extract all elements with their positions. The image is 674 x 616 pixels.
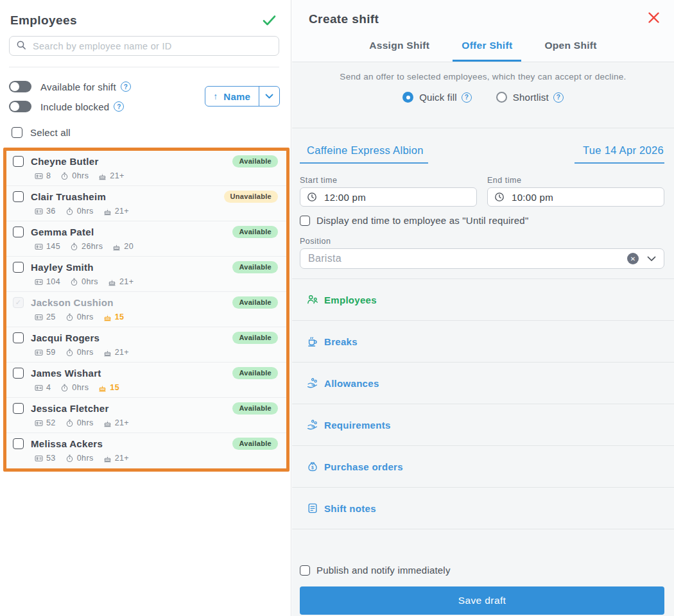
until-required-checkbox[interactable] — [300, 216, 310, 226]
employee-checkbox[interactable] — [13, 262, 24, 273]
stopwatch-icon — [70, 243, 78, 251]
end-time-input[interactable]: 10:00 pm — [487, 187, 664, 207]
id-badge-icon — [35, 454, 43, 463]
employee-age: 21+ — [103, 418, 129, 427]
employee-checkbox[interactable] — [13, 156, 24, 167]
select-all-row[interactable]: Select all — [12, 127, 291, 138]
employee-age: 21+ — [108, 277, 134, 286]
stopwatch-icon — [70, 278, 78, 286]
employee-checkbox[interactable] — [13, 191, 24, 202]
coffee-cup-icon — [307, 336, 318, 347]
cake-icon — [98, 384, 107, 392]
status-badge: Available — [232, 402, 278, 415]
select-all-checkbox[interactable] — [12, 127, 22, 138]
section-allowances[interactable]: Allowances — [292, 363, 674, 404]
publish-checkbox[interactable] — [300, 565, 310, 576]
employee-row[interactable]: Hayley Smith Available 104 0hrs 21+ — [6, 257, 286, 292]
stopwatch-icon — [65, 313, 74, 321]
shift-detail-sections: Employees Breaks Allowances Requirements… — [292, 278, 674, 529]
employee-checkbox[interactable] — [13, 227, 24, 237]
employee-name: Jacqui Rogers — [31, 332, 99, 343]
position-select[interactable]: Barista ✕ — [300, 248, 664, 269]
employee-id: 36 — [35, 207, 56, 216]
employee-row[interactable]: Jessica Fletcher Available 52 0hrs 21+ — [6, 398, 286, 433]
cake-icon — [98, 172, 107, 180]
help-icon[interactable]: ? — [114, 101, 124, 112]
location-field[interactable]: Caffeine Express Albion — [300, 144, 428, 164]
create-shift-panel: Create shift Assign Shift Offer Shift Op… — [292, 0, 674, 616]
include-blocked-label: Include blocked — [40, 101, 109, 112]
shortlist-option[interactable]: Shortlist ? — [496, 92, 564, 103]
employee-checkbox[interactable] — [13, 368, 24, 379]
help-icon[interactable]: ? — [462, 92, 472, 103]
employee-hours: 0hrs — [65, 312, 94, 321]
employee-checkbox[interactable] — [13, 332, 24, 343]
shortlist-radio[interactable] — [496, 92, 507, 103]
cake-icon — [103, 419, 112, 427]
chevron-down-icon[interactable] — [647, 256, 656, 262]
tab-assign-shift[interactable]: Assign Shift — [368, 40, 431, 62]
available-for-shift-toggle[interactable] — [9, 81, 31, 92]
stopwatch-icon — [65, 419, 74, 427]
cake-icon — [103, 348, 112, 357]
clock-icon — [307, 192, 317, 202]
cake-icon — [108, 278, 116, 286]
stopwatch-icon — [60, 172, 69, 180]
hand-coins-icon — [307, 377, 318, 389]
help-icon[interactable]: ? — [121, 81, 131, 92]
employee-id: 8 — [35, 171, 51, 180]
id-badge-icon — [35, 278, 43, 286]
clock-icon — [494, 192, 505, 202]
section-shift-notes[interactable]: Shift notes — [292, 488, 674, 529]
employee-list-highlight: Cheyne Butler Available 8 0hrs 21+ Clair… — [3, 148, 289, 472]
employee-name: Jackson Cushion — [31, 297, 114, 308]
clear-icon[interactable]: ✕ — [627, 253, 639, 264]
tab-offer-shift[interactable]: Offer Shift — [453, 40, 521, 62]
money-bag-icon: $ — [307, 461, 318, 472]
cake-icon — [103, 454, 112, 463]
offer-description-section: Send an offer to selected employees, whi… — [292, 72, 674, 128]
employee-age: 21+ — [98, 171, 124, 180]
include-blocked-toggle[interactable] — [9, 101, 31, 112]
sort-button[interactable]: ↑ Name — [205, 86, 280, 107]
close-icon[interactable] — [648, 12, 660, 26]
search-input[interactable] — [33, 41, 272, 51]
id-badge-icon — [35, 384, 43, 392]
section-employees[interactable]: Employees — [292, 279, 674, 321]
section-requirements[interactable]: Requirements — [292, 404, 674, 446]
help-icon[interactable]: ? — [553, 92, 564, 103]
date-field[interactable]: Tue 14 Apr 2026 — [575, 144, 664, 164]
people-icon — [307, 294, 318, 305]
start-time-input[interactable]: 12:00 pm — [300, 187, 477, 207]
publish-row[interactable]: Publish and notify immediately — [300, 565, 664, 576]
employee-row[interactable]: ✓ Jackson Cushion Available 25 0hrs 15 — [6, 292, 286, 327]
section-breaks[interactable]: Breaks — [292, 321, 674, 363]
section-purchase-orders[interactable]: $ Purchase orders — [292, 446, 674, 488]
search-box[interactable] — [9, 36, 279, 56]
employee-hours: 0hrs — [65, 418, 94, 427]
save-draft-button[interactable]: Save draft — [300, 586, 664, 615]
employee-id: 145 — [35, 242, 60, 251]
tab-open-shift[interactable]: Open Shift — [543, 40, 598, 62]
employee-name: Clair Truasheim — [31, 191, 106, 202]
hand-coins-icon — [307, 419, 318, 431]
quick-fill-radio[interactable] — [402, 92, 413, 103]
employee-row[interactable]: James Wishart Available 4 0hrs 15 — [6, 363, 286, 398]
employee-row[interactable]: Cheyne Butler Available 8 0hrs 21+ — [6, 151, 286, 186]
employee-row[interactable]: Gemma Patel Available 145 26hrs 20 — [6, 221, 286, 257]
select-all-label: Select all — [30, 127, 71, 138]
employee-name: Cheyne Butler — [31, 156, 99, 167]
quick-fill-option[interactable]: Quick fill ? — [402, 92, 472, 103]
id-badge-icon — [35, 172, 43, 180]
employee-row[interactable]: Clair Truasheim Unavailable 36 0hrs 21+ — [6, 186, 286, 221]
employee-checkbox[interactable] — [13, 438, 24, 449]
employee-row[interactable]: Melissa Ackers Available 53 0hrs 21+ — [6, 433, 286, 468]
employee-row[interactable]: Jacqui Rogers Available 59 0hrs 21+ — [6, 327, 286, 363]
employee-hours: 0hrs — [70, 277, 98, 286]
until-required-row[interactable]: Display end time to employee as "Until r… — [300, 215, 664, 226]
employee-hours: 0hrs — [60, 383, 89, 392]
employee-name: James Wishart — [31, 368, 101, 379]
chevron-down-icon[interactable] — [259, 87, 279, 106]
employee-checkbox[interactable] — [13, 403, 24, 414]
confirm-check-icon[interactable] — [262, 13, 277, 28]
